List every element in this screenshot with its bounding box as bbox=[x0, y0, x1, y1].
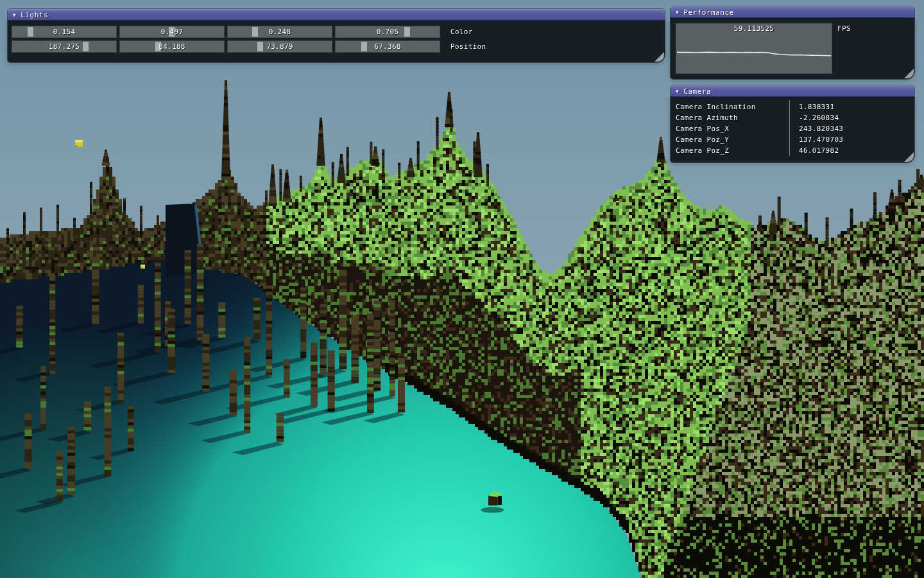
light-position-slider-3[interactable]: 73.879 bbox=[227, 40, 332, 53]
camera-panel-titlebar[interactable]: ▼Camera bbox=[671, 85, 914, 97]
lights-panel-titlebar[interactable]: ▼Lights bbox=[8, 9, 665, 21]
slider-value: 0.248 bbox=[227, 26, 332, 38]
camera-pos-z-label: Camera Poz_Z bbox=[676, 145, 729, 156]
camera-pos-z-row[interactable]: Camera Poz_Z 46.017982 bbox=[676, 145, 909, 156]
camera-pos-x-row[interactable]: Camera Pos_X 243.820343 bbox=[676, 123, 909, 134]
panel-resize-grip[interactable] bbox=[904, 152, 914, 162]
lights-panel-title: Lights bbox=[21, 11, 48, 19]
lights-panel: ▼Lights 0.154 0.497 0.248 0.705 bbox=[8, 9, 665, 62]
panel-resize-grip[interactable] bbox=[654, 52, 664, 62]
camera-pos-x-value: 243.820343 bbox=[794, 123, 843, 134]
camera-panel: ▼Camera Camera Inclination 1.838331 Came… bbox=[671, 85, 914, 162]
performance-panel-title: Performance bbox=[683, 8, 733, 17]
light-color-slider-3[interactable]: 0.248 bbox=[227, 26, 332, 38]
light-color-slider-2[interactable]: 0.497 bbox=[119, 26, 225, 38]
light-color-slider-row: 0.154 0.497 0.248 0.705 Color bbox=[12, 26, 440, 38]
light-position-slider-1[interactable]: 187.275 bbox=[12, 40, 117, 53]
fps-value: 59.113525 bbox=[676, 24, 832, 33]
camera-pos-z-value: 46.017982 bbox=[794, 145, 839, 156]
collapse-triangle-icon[interactable]: ▼ bbox=[676, 86, 679, 98]
camera-azimuth-row[interactable]: Camera Azimuth -2.260834 bbox=[676, 112, 909, 123]
camera-inclination-label: Camera Inclination bbox=[676, 101, 756, 112]
light-color-slider-1[interactable]: 0.154 bbox=[12, 26, 117, 38]
camera-pos-y-value: 137.470703 bbox=[794, 134, 843, 145]
camera-azimuth-value: -2.260834 bbox=[794, 112, 839, 123]
camera-pos-x-label: Camera Pos_X bbox=[676, 123, 729, 134]
slider-value: 84.188 bbox=[119, 40, 225, 53]
performance-panel: ▼Performance 59.113525 FPS bbox=[671, 6, 914, 79]
light-color-slider-4[interactable]: 0.705 bbox=[335, 26, 440, 38]
camera-pos-y-row[interactable]: Camera Poz_Y 137.470703 bbox=[676, 134, 909, 145]
light-position-slider-row: 187.275 84.188 73.879 67.368 Position bbox=[12, 40, 440, 53]
collapse-triangle-icon[interactable]: ▼ bbox=[676, 7, 679, 19]
light-position-slider-4[interactable]: 67.368 bbox=[335, 40, 440, 53]
app-window: ▼Lights 0.154 0.497 0.248 0.705 bbox=[0, 0, 924, 578]
light-position-slider-2[interactable]: 84.188 bbox=[119, 40, 225, 53]
slider-value: 187.275 bbox=[12, 40, 117, 53]
camera-inclination-value: 1.838331 bbox=[794, 101, 834, 112]
camera-panel-body: Camera Inclination 1.838331 Camera Azimu… bbox=[671, 97, 914, 162]
slider-value: 73.879 bbox=[227, 40, 332, 53]
slider-value: 0.705 bbox=[335, 26, 440, 38]
slider-value: 67.368 bbox=[335, 40, 440, 53]
camera-panel-title: Camera bbox=[683, 87, 711, 96]
slider-value: 0.497 bbox=[119, 26, 225, 38]
camera-azimuth-label: Camera Azimuth bbox=[676, 112, 738, 123]
panel-resize-grip[interactable] bbox=[904, 69, 914, 78]
fps-label: FPS bbox=[837, 24, 851, 33]
fps-graph: 59.113525 bbox=[676, 23, 832, 74]
camera-inclination-row[interactable]: Camera Inclination 1.838331 bbox=[676, 101, 909, 112]
lights-panel-body: 0.154 0.497 0.248 0.705 Color bbox=[8, 21, 665, 62]
light-color-row-label: Color bbox=[450, 26, 473, 38]
collapse-triangle-icon[interactable]: ▼ bbox=[13, 10, 16, 21]
performance-panel-titlebar[interactable]: ▼Performance bbox=[671, 6, 914, 18]
camera-pos-y-label: Camera Poz_Y bbox=[676, 134, 729, 145]
light-position-row-label: Position bbox=[450, 40, 486, 53]
slider-value: 0.154 bbox=[12, 26, 117, 38]
performance-panel-body: 59.113525 FPS bbox=[671, 18, 914, 79]
